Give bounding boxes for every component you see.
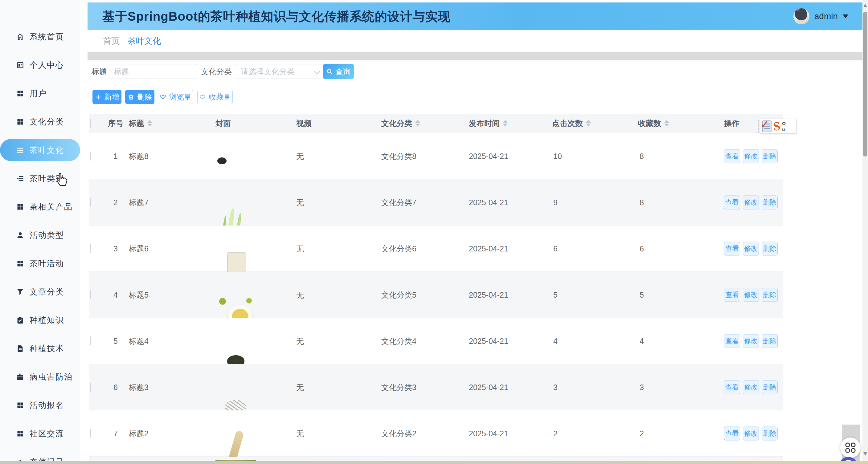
add-button[interactable]: 新增 — [92, 90, 121, 104]
category-select[interactable]: 请选择文化分类 — [235, 64, 324, 79]
row-action-delete-button[interactable]: 删除 — [762, 334, 778, 348]
user-menu[interactable]: admin — [794, 2, 848, 30]
clip-glyph-top: O — [782, 121, 786, 126]
row-actions: 查看修改删除 — [724, 288, 778, 302]
sidebar-item-12[interactable]: 种植技术 — [0, 334, 80, 363]
scroll-down-arrow[interactable] — [863, 452, 867, 456]
bottom-scrollbar-strip[interactable] — [0, 461, 868, 464]
clip-glyph-bottom: u — [782, 127, 786, 132]
sidebar-item-11[interactable]: 种植知识 — [0, 306, 80, 334]
row-action-delete-button[interactable]: 删除 — [762, 380, 778, 394]
column-header-title: 标题 — [129, 118, 152, 129]
cell-category: 文化分类4 — [381, 336, 416, 346]
cell-favorites: 3 — [640, 383, 652, 392]
row-checkbox[interactable] — [90, 244, 91, 253]
sort-caret[interactable] — [415, 120, 420, 127]
grid-fab-button[interactable] — [840, 437, 861, 458]
cell-favorites: 8 — [640, 152, 652, 161]
cell-index: 7 — [110, 429, 122, 438]
row-checkbox[interactable] — [90, 383, 91, 392]
scroll-up-arrow[interactable] — [863, 4, 867, 7]
cell-category: 文化分类3 — [381, 382, 416, 392]
sidebar-item-2[interactable]: 个人中心 — [0, 51, 80, 79]
user-avatar[interactable] — [794, 8, 809, 24]
row-action-view-button[interactable]: 查看 — [724, 288, 740, 302]
row-action-view-button[interactable]: 查看 — [724, 334, 740, 348]
row-action-delete-button[interactable]: 删除 — [762, 426, 778, 440]
caret-down-icon — [843, 14, 848, 18]
row-action-view-button[interactable]: 查看 — [724, 426, 740, 440]
row-action-edit-button[interactable]: 修改 — [743, 380, 759, 394]
row-checkbox[interactable] — [90, 290, 91, 299]
sogou-s-icon[interactable]: S — [773, 120, 781, 133]
sidebar-item-5[interactable]: 茶叶文化 — [0, 136, 80, 164]
menu-fold-icon — [16, 174, 24, 183]
sidebar-item-10[interactable]: 文章分类 — [0, 277, 80, 306]
row-action-edit-button[interactable]: 修改 — [743, 195, 759, 209]
sidebar-item-15[interactable]: 社区交流 — [0, 419, 80, 448]
sort-caret[interactable] — [503, 120, 508, 127]
cell-clicks: 9 — [553, 198, 566, 207]
scroll-thumb[interactable] — [863, 12, 867, 157]
row-action-edit-button[interactable]: 修改 — [743, 241, 759, 256]
search-button[interactable]: 查询 — [323, 64, 354, 79]
sidebar-item-label: 活动报名 — [30, 400, 64, 411]
sidebar-item-13[interactable]: 病虫害防治 — [0, 363, 80, 391]
sidebar-item-7[interactable]: 茶相关产品 — [0, 193, 80, 221]
user-icon — [16, 231, 24, 239]
sidebar-item-label: 茶叶活动 — [30, 258, 64, 269]
sidebar-item-9[interactable]: 茶叶活动 — [0, 249, 80, 277]
doc-check-icon[interactable]: ✓ — [762, 121, 772, 132]
cell-date: 2025-04-21 — [469, 152, 508, 161]
title-search-input[interactable] — [108, 64, 197, 79]
sidebar-item-14[interactable]: 活动报名 — [0, 391, 80, 419]
delete-button[interactable]: 删除 — [125, 90, 154, 104]
sidebar-item-4[interactable]: 文化分类 — [0, 107, 80, 136]
row-checkbox[interactable] — [90, 429, 91, 438]
row-action-view-button[interactable]: 查看 — [724, 380, 740, 394]
breadcrumb-item-1[interactable]: 首页 — [103, 30, 120, 52]
row-action-delete-button[interactable]: 删除 — [762, 288, 778, 302]
sidebar-item-label: 病虫害防治 — [30, 371, 73, 383]
row-action-delete-button[interactable]: 删除 — [762, 241, 778, 256]
cell-clicks: 4 — [553, 336, 566, 345]
cell-title: 标题7 — [129, 197, 149, 207]
row-action-view-button[interactable]: 查看 — [724, 149, 740, 163]
row-action-edit-button[interactable]: 修改 — [743, 149, 759, 163]
cell-clicks: 6 — [553, 244, 566, 253]
sort-caret[interactable] — [586, 120, 591, 127]
cell-category: 文化分类6 — [381, 243, 416, 254]
cell-title: 标题5 — [129, 290, 149, 300]
extension-toolbar-overlay[interactable]: ✓ S O u — [760, 119, 797, 134]
cell-title: 标题8 — [129, 151, 149, 161]
sort-caret[interactable] — [664, 120, 669, 127]
column-header-cover: 封面 — [215, 118, 231, 129]
cell-clicks: 10 — [553, 152, 566, 161]
cell-video: 无 — [296, 428, 304, 438]
row-action-delete-button[interactable]: 删除 — [762, 195, 778, 209]
sidebar-item-1[interactable]: 系统首页 — [0, 23, 80, 51]
row-action-edit-button[interactable]: 修改 — [743, 288, 759, 302]
row-action-delete-button[interactable]: 删除 — [762, 149, 778, 163]
row-action-edit-button[interactable]: 修改 — [743, 334, 759, 348]
row-action-view-button[interactable]: 查看 — [724, 241, 740, 256]
favorites-button[interactable]: 收藏量 — [197, 90, 233, 104]
row-checkbox[interactable] — [90, 198, 91, 207]
row-action-view-button[interactable]: 查看 — [724, 195, 740, 209]
heart-icon — [160, 94, 166, 100]
sort-caret[interactable] — [147, 120, 152, 127]
row-action-edit-button[interactable]: 修改 — [743, 426, 759, 440]
row-checkbox[interactable] — [90, 151, 91, 161]
select-all-checkbox[interactable] — [90, 119, 91, 128]
sidebar-item-label: 种植知识 — [30, 315, 64, 326]
cell-video: 无 — [296, 336, 304, 346]
row-checkbox[interactable] — [90, 336, 91, 345]
grid-icon — [16, 259, 24, 268]
views-button[interactable]: 浏览量 — [158, 90, 193, 104]
sidebar-item-8[interactable]: 活动类型 — [0, 221, 80, 249]
sidebar-item-3[interactable]: 用户 — [0, 79, 80, 107]
grid-fab-icon — [844, 442, 856, 454]
search-button-label: 查询 — [335, 67, 351, 77]
breadcrumb-item-2[interactable]: 茶叶文化 — [128, 30, 161, 52]
vertical-scrollbar[interactable] — [863, 0, 868, 464]
